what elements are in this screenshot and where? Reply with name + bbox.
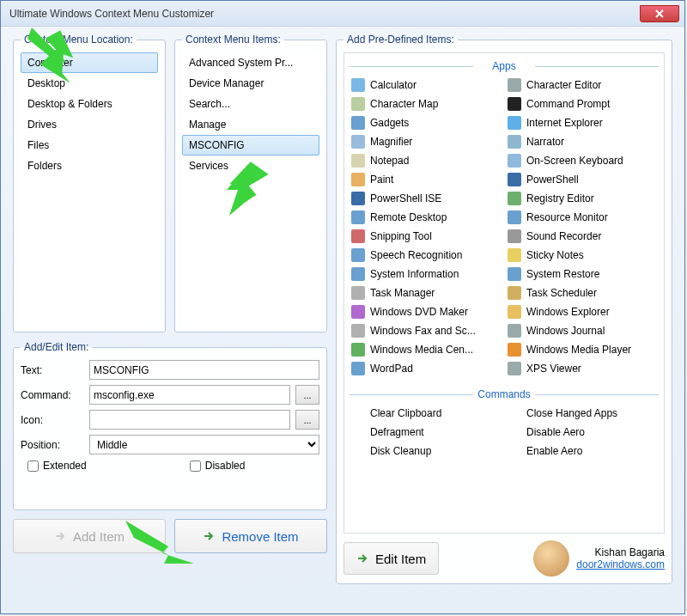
predefined-app-item[interactable]: Gadgets: [350, 113, 502, 132]
predefined-app-item[interactable]: Magnifier: [350, 132, 502, 151]
arrow-right-icon: [203, 530, 215, 542]
command-icon: [508, 406, 521, 420]
icon-input[interactable]: [89, 410, 290, 430]
context-item[interactable]: Advanced System Pr...: [182, 52, 319, 73]
predefined-app-item[interactable]: Command Prompt: [506, 95, 659, 113]
apps-header: Apps: [350, 60, 659, 72]
predefined-app-item[interactable]: Windows Journal: [506, 321, 659, 340]
predefined-command-item[interactable]: Disk Cleanup: [350, 442, 502, 460]
predefined-command-item[interactable]: Close Hanged Apps: [506, 404, 659, 423]
predefined-app-item[interactable]: Character Editor: [506, 76, 659, 95]
predefined-app-item[interactable]: PowerShell ISE: [350, 189, 502, 208]
predefined-app-item[interactable]: Snipping Tool: [350, 227, 502, 246]
location-list[interactable]: ComputerDesktopDesktop & FoldersDrivesFi…: [21, 52, 158, 325]
app-label: Character Map: [370, 98, 438, 110]
app-label: Gadgets: [370, 117, 409, 129]
predefined-app-item[interactable]: Internet Explorer: [506, 113, 659, 132]
app-icon: [351, 78, 365, 92]
icon-browse-button[interactable]: ...: [295, 410, 319, 430]
app-label: Magnifier: [370, 136, 412, 148]
app-label: Windows Media Cen...: [370, 344, 473, 356]
predefined-app-item[interactable]: Narrator: [506, 132, 659, 151]
predefined-app-item[interactable]: WordPad: [350, 359, 502, 378]
predefined-app-item[interactable]: Notepad: [350, 151, 502, 170]
location-item[interactable]: Desktop & Folders: [21, 94, 158, 114]
predefined-app-item[interactable]: On-Screen Keyboard: [506, 151, 659, 170]
command-input[interactable]: [89, 385, 290, 405]
context-item[interactable]: Device Manager: [182, 73, 319, 94]
edit-item-button[interactable]: Edit Item: [344, 542, 439, 575]
location-item[interactable]: Computer: [21, 52, 158, 73]
app-icon: [351, 229, 365, 243]
predefined-app-item[interactable]: Registry Editor: [506, 189, 659, 208]
location-item[interactable]: Files: [21, 135, 158, 156]
predefined-app-item[interactable]: Windows Media Cen...: [350, 340, 502, 359]
app-label: Speech Recognition: [370, 249, 462, 261]
predefined-app-item[interactable]: Calculator: [350, 76, 502, 95]
predefined-app-item[interactable]: Sound Recorder: [506, 227, 659, 246]
predefined-app-item[interactable]: Windows Media Player: [506, 340, 659, 359]
extended-checkbox[interactable]: [27, 460, 39, 472]
predefined-app-item[interactable]: XPS Viewer: [506, 359, 659, 378]
predefined-app-item[interactable]: Paint: [350, 170, 502, 189]
app-label: WordPad: [370, 363, 413, 375]
app-label: Windows Fax and Sc...: [370, 325, 476, 337]
predefined-app-item[interactable]: Windows Fax and Sc...: [350, 321, 502, 340]
app-label: Internet Explorer: [526, 117, 603, 129]
text-input[interactable]: [89, 360, 319, 380]
disabled-checkbox[interactable]: [190, 460, 201, 472]
app-icon: [351, 362, 365, 375]
window-title: Ultimate Windows Context Menu Customizer: [9, 8, 214, 20]
predefined-command-item[interactable]: Enable Aero: [506, 442, 659, 460]
command-label: Disk Cleanup: [370, 445, 431, 457]
predefined-app-item[interactable]: Remote Desktop: [350, 208, 502, 227]
predefined-command-item[interactable]: Clear Clipboard: [350, 404, 502, 423]
predefined-app-item[interactable]: PowerShell: [506, 170, 659, 189]
context-item[interactable]: Search...: [182, 94, 319, 114]
predefined-app-item[interactable]: Windows DVD Maker: [350, 302, 502, 321]
predefined-scroll[interactable]: Apps CalculatorCharacter EditorCharacter…: [344, 52, 665, 534]
close-button[interactable]: [640, 5, 679, 22]
app-icon: [508, 267, 521, 281]
predefined-app-item[interactable]: Speech Recognition: [350, 246, 502, 265]
app-label: PowerShell ISE: [370, 192, 441, 204]
location-item[interactable]: Desktop: [21, 73, 158, 94]
app-label: Task Scheduler: [526, 287, 597, 299]
predefined-app-item[interactable]: System Restore: [506, 265, 659, 284]
app-icon: [351, 305, 365, 319]
app-icon: [508, 324, 521, 338]
author-site-link[interactable]: door2windows.com: [576, 558, 665, 570]
context-item[interactable]: Manage: [182, 114, 319, 135]
predefined-app-item[interactable]: Task Scheduler: [506, 284, 659, 302]
predefined-command-item[interactable]: Disable Aero: [506, 423, 659, 442]
app-label: System Information: [370, 268, 459, 280]
command-icon: [351, 425, 365, 439]
app-label: XPS Viewer: [526, 363, 581, 375]
disabled-checkbox-label[interactable]: Disabled: [190, 460, 246, 472]
predefined-app-item[interactable]: Task Manager: [350, 284, 502, 302]
extended-checkbox-label[interactable]: Extended: [27, 460, 87, 472]
remove-item-button[interactable]: Remove Item: [174, 519, 327, 553]
items-list[interactable]: Advanced System Pr...Device ManagerSearc…: [182, 52, 319, 325]
app-icon: [508, 362, 521, 375]
predefined-app-item[interactable]: Windows Explorer: [506, 302, 659, 321]
predefined-app-item[interactable]: Sticky Notes: [506, 246, 659, 265]
location-item[interactable]: Folders: [21, 156, 158, 176]
command-browse-button[interactable]: ...: [295, 385, 319, 405]
predefined-app-item[interactable]: Resource Monitor: [506, 208, 659, 227]
command-label: Clear Clipboard: [370, 407, 441, 419]
location-legend: Context Menu Location:: [21, 34, 137, 46]
predefined-command-item[interactable]: Defragment: [350, 423, 502, 442]
predefined-group: Add Pre-Defined Items: Apps CalculatorCh…: [336, 34, 672, 584]
add-item-button[interactable]: Add Item: [13, 519, 166, 553]
app-label: Paint: [370, 174, 393, 186]
predefined-app-item[interactable]: Character Map: [350, 95, 502, 113]
command-label: Defragment: [370, 426, 424, 438]
predefined-app-item[interactable]: System Information: [350, 265, 502, 284]
context-item[interactable]: Services: [182, 156, 319, 176]
app-icon: [508, 229, 521, 243]
command-icon: [351, 406, 365, 420]
position-select[interactable]: Middle: [89, 435, 319, 454]
location-item[interactable]: Drives: [21, 114, 158, 135]
context-item[interactable]: MSCONFIG: [182, 135, 319, 156]
